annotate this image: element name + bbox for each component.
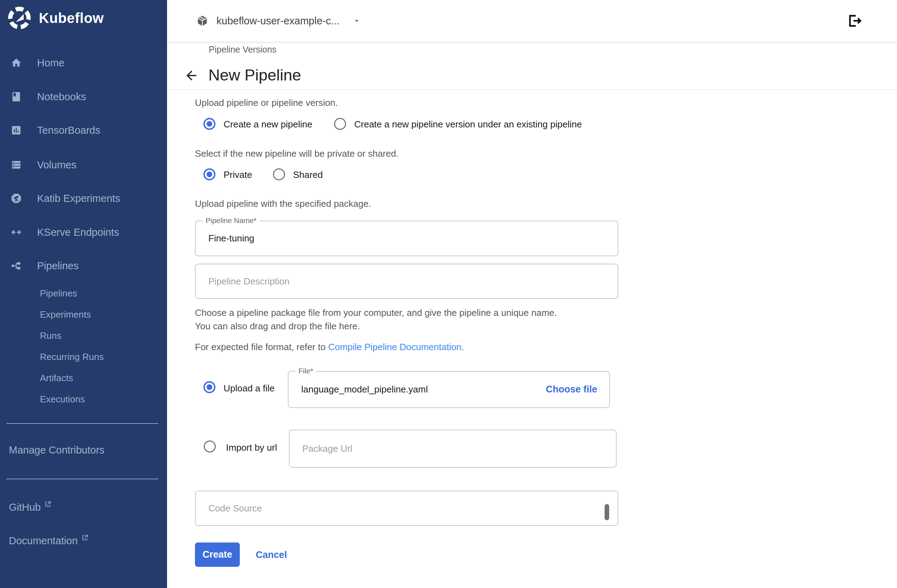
manage-contributors-label: Manage Contributors <box>9 444 104 456</box>
sidebar-subitem-label: Recurring Runs <box>40 351 104 362</box>
sidebar-subitem-label: Artifacts <box>40 373 73 383</box>
sidebar-item-label: Notebooks <box>37 91 86 103</box>
sidebar-item-manage-contributors[interactable]: Manage Contributors <box>0 442 167 458</box>
sidebar-divider <box>6 423 158 424</box>
sidebar-link-documentation[interactable]: Documentation <box>0 533 167 548</box>
chevron-down-icon <box>352 16 361 25</box>
sidebar-subitem-runs[interactable]: Runs <box>0 328 167 343</box>
sidebar: Kubeflow Home Notebooks TensorBoards <box>0 0 167 588</box>
radio-label-import-by-url[interactable]: Import by url <box>226 442 277 453</box>
pipeline-description-input[interactable] <box>196 264 618 298</box>
radio-private[interactable] <box>204 168 216 180</box>
sidebar-divider <box>6 479 158 479</box>
package-prompt: Upload pipeline with the specified packa… <box>195 199 371 209</box>
sidebar-subitem-label: Runs <box>40 330 61 341</box>
file-help-line2: You can also drag and drop the file here… <box>195 321 360 332</box>
upload-type-prompt: Upload pipeline or pipeline version. <box>195 98 338 108</box>
page-title: New Pipeline <box>208 66 301 84</box>
compile-pipeline-documentation-link[interactable]: Compile Pipeline Documentation <box>328 342 461 352</box>
radio-shared[interactable] <box>273 168 285 180</box>
external-link-icon <box>81 534 89 541</box>
sidebar-item-label: Katib Experiments <box>37 193 120 205</box>
namespace-selector[interactable]: kubeflow-user-example-c... <box>196 0 361 42</box>
topbar: kubeflow-user-example-c... <box>167 0 897 42</box>
sidebar-item-label: Pipelines <box>37 260 79 272</box>
documentation-link-label: Documentation <box>9 535 78 547</box>
sidebar-item-label: Volumes <box>37 159 76 171</box>
pipeline-description-field <box>195 264 618 299</box>
kubeflow-logo[interactable]: Kubeflow <box>8 6 104 30</box>
external-link-icon <box>44 501 52 508</box>
kubeflow-logo-icon <box>8 6 31 30</box>
sidebar-item-label: TensorBoards <box>37 125 100 136</box>
package-url-field <box>289 429 617 467</box>
package-url-input[interactable] <box>289 430 616 467</box>
breadcrumb-pipeline-versions[interactable]: Pipeline Versions <box>209 44 277 55</box>
sidebar-item-pipelines[interactable]: Pipelines <box>0 257 167 274</box>
radio-label-shared[interactable]: Shared <box>293 169 323 180</box>
logo-text: Kubeflow <box>39 10 104 26</box>
sidebar-subitem-experiments[interactable]: Experiments <box>0 307 167 322</box>
bar-chart-icon <box>11 125 22 136</box>
sidebar-subitem-pipelines[interactable]: Pipelines <box>0 286 167 300</box>
visibility-prompt: Select if the new pipeline will be priva… <box>195 148 399 159</box>
namespace-cube-icon <box>196 14 209 27</box>
home-icon <box>11 57 22 69</box>
pipeline-name-input[interactable] <box>196 221 618 255</box>
back-arrow-icon[interactable] <box>184 68 199 83</box>
sidebar-subitem-executions[interactable]: Executions <box>0 392 167 406</box>
sidebar-item-tensorboards[interactable]: TensorBoards <box>0 122 167 139</box>
choose-file-button[interactable]: Choose file <box>543 372 599 407</box>
kubeflow-new-pipeline-page: Kubeflow Home Notebooks TensorBoards <box>0 0 897 588</box>
sidebar-item-kserve-endpoints[interactable]: KServe Endpoints <box>0 224 167 241</box>
pipeline-name-field: Pipeline Name* <box>195 221 618 256</box>
sidebar-subitem-label: Executions <box>40 394 85 405</box>
radio-label-create-new-pipeline[interactable]: Create a new pipeline <box>223 119 312 130</box>
sidebar-subitem-label: Pipelines <box>40 288 77 299</box>
radio-create-new-pipeline[interactable] <box>204 118 216 130</box>
sidebar-subitem-artifacts[interactable]: Artifacts <box>0 371 167 385</box>
github-link-label: GitHub <box>9 501 41 513</box>
sidebar-item-volumes[interactable]: Volumes <box>0 156 167 173</box>
create-button[interactable]: Create <box>195 542 240 567</box>
header-separator <box>167 89 897 90</box>
sidebar-item-home[interactable]: Home <box>0 54 167 71</box>
code-arrows-icon <box>11 227 22 238</box>
format-help-suffix: . <box>461 342 464 352</box>
storage-icon <box>11 159 22 171</box>
sidebar-item-label: KServe Endpoints <box>37 227 119 238</box>
radio-upload-a-file[interactable] <box>204 381 216 393</box>
file-field: File* Choose file <box>288 371 610 408</box>
code-source-input[interactable] <box>196 491 618 525</box>
sidebar-link-github[interactable]: GitHub <box>0 499 167 515</box>
katib-telescope-icon <box>11 193 22 204</box>
namespace-value: kubeflow-user-example-c... <box>216 15 339 27</box>
format-help-line: For expected file format, refer to Compi… <box>195 342 464 353</box>
file-help-line1: Choose a pipeline package file from your… <box>195 307 557 318</box>
radio-import-by-url[interactable] <box>204 440 216 452</box>
radio-create-pipeline-version[interactable] <box>334 118 346 130</box>
code-source-field <box>195 490 618 526</box>
radio-label-upload-a-file[interactable]: Upload a file <box>223 383 275 394</box>
radio-label-create-pipeline-version[interactable]: Create a new pipeline version under an e… <box>354 119 582 130</box>
sidebar-item-notebooks[interactable]: Notebooks <box>0 88 167 105</box>
pipelines-icon <box>11 260 22 272</box>
logout-icon[interactable] <box>846 12 863 29</box>
sidebar-subitem-recurring-runs[interactable]: Recurring Runs <box>0 350 167 364</box>
sidebar-subitem-label: Experiments <box>40 309 91 320</box>
sidebar-item-label: Home <box>37 57 64 69</box>
notebook-icon <box>11 91 22 102</box>
format-help-prefix: For expected file format, refer to <box>195 342 328 352</box>
cancel-button[interactable]: Cancel <box>254 549 289 561</box>
sidebar-item-katib-experiments[interactable]: Katib Experiments <box>0 190 167 207</box>
code-source-scrollbar-thumb[interactable] <box>605 504 609 520</box>
radio-label-private[interactable]: Private <box>223 169 252 180</box>
